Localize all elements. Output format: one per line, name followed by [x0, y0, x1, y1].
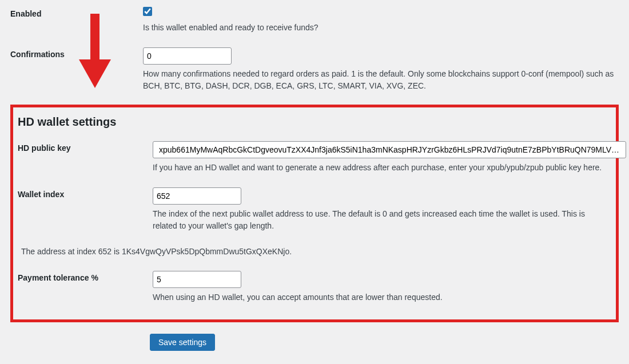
- enabled-label: Enabled: [7, 7, 143, 18]
- hd-public-key-desc: If you have an HD wallet and want to gen…: [153, 162, 626, 174]
- enabled-row: Enabled Is this wallet enabled and ready…: [7, 0, 622, 41]
- confirmations-desc: How many confirmations needed to regard …: [143, 68, 619, 92]
- payment-tolerance-row: Payment tolerance % When using an HD wal…: [13, 264, 616, 310]
- enabled-checkbox[interactable]: [143, 7, 152, 16]
- hd-public-key-input[interactable]: [153, 141, 626, 158]
- save-settings-button[interactable]: Save settings: [150, 334, 215, 351]
- confirmations-row: Confirmations How many confirmations nee…: [7, 41, 622, 99]
- wallet-index-row: Wallet index The index of the next publi…: [13, 181, 616, 239]
- hd-wallet-section: HD wallet settings HD public key If you …: [10, 105, 619, 322]
- wallet-index-input[interactable]: [153, 187, 241, 205]
- hd-section-title: HD wallet settings: [13, 112, 616, 134]
- payment-tolerance-label: Payment tolerance %: [18, 271, 153, 282]
- confirmations-label: Confirmations: [7, 47, 143, 59]
- wallet-index-label: Wallet index: [18, 187, 153, 199]
- confirmations-input[interactable]: [143, 47, 232, 65]
- hd-public-key-row: HD public key If you have an HD wallet a…: [13, 134, 616, 181]
- payment-tolerance-desc: When using an HD wallet, you can accept …: [153, 291, 608, 303]
- hd-public-key-label: HD public key: [18, 141, 153, 153]
- wallet-index-desc: The index of the next public wallet addr…: [153, 208, 608, 232]
- enabled-desc: Is this wallet enabled and ready to rece…: [143, 22, 619, 34]
- payment-tolerance-input[interactable]: [153, 271, 241, 288]
- wallet-address-note: The address at index 652 is 1Ks4VgwQyVPs…: [13, 239, 616, 264]
